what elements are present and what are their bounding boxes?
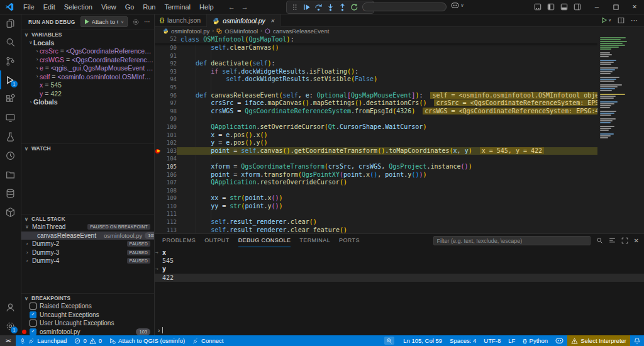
panel-tab-output[interactable]: OUTPUT [204,234,229,247]
command-center[interactable] [362,3,447,11]
variables-section-header[interactable]: ∨ VARIABLES [21,30,154,39]
code-line[interactable]: 107 QApplication.restoreOverrideCursor() [154,179,644,187]
gutter-glyph[interactable]: ▶ [154,147,163,155]
call-stack-section-header[interactable]: ∨ CALL STACK [21,214,154,223]
gutter-glyph[interactable] [154,171,163,179]
breakpoint-checkbox[interactable]: ✓ [30,311,36,318]
gutter-glyph[interactable] [154,155,163,163]
accounts-icon[interactable] [0,298,21,316]
gutter-glyph[interactable] [154,60,163,68]
minimap[interactable] [597,35,639,170]
line-number[interactable]: 103 [163,147,177,155]
minimize-button[interactable]: ─ [587,0,606,14]
restart-button[interactable] [349,3,359,13]
console-input-row[interactable]: →x [154,248,644,257]
menu-run[interactable]: Run [138,3,160,11]
globals-group-row[interactable]: ›Globals [21,98,154,107]
gutter-glyph[interactable] [154,179,163,187]
breadcrumb-class[interactable]: OSMInfotool [225,28,258,35]
toggle-sidebar-icon[interactable] [547,3,555,11]
gutter-glyph[interactable] [154,115,163,123]
console-result-row[interactable]: 422 [154,274,644,282]
close-panel-icon[interactable]: ✕ [634,237,639,244]
code-line[interactable]: 109 xx = str(point.x()) [154,194,644,203]
line-number[interactable]: 52 [163,35,177,43]
code-line[interactable]: 99 [154,115,644,123]
forward-arrow-icon[interactable]: → [242,3,248,11]
line-number[interactable]: 107 [163,179,177,187]
variable-row[interactable]: ›self=<osminfo.osminfotool.OSMInfotool o… [21,72,154,81]
screencast-zoom-status[interactable] [380,335,399,346]
code-line[interactable]: 101 x = e.pos().x() [154,131,644,140]
menu-file[interactable]: File [19,3,39,11]
line-number[interactable]: 104 [163,155,177,163]
panel-tab-problems[interactable]: PROBLEMS [162,234,196,247]
editor-scrollbar[interactable] [639,35,644,169]
debug-settings-gear-icon[interactable] [132,18,140,26]
more-actions-icon[interactable]: ⋯ [631,16,638,25]
code-line[interactable]: 90 self.clearCanvas() [154,44,644,52]
line-number[interactable]: 92 [163,60,177,68]
step-over-button[interactable] [313,3,323,13]
breakpoint-checkbox[interactable]: ✓ [30,328,36,335]
maximize-panel-icon[interactable] [621,237,628,244]
close-tab-icon[interactable]: ✕ [270,18,275,24]
panel-tab-ports[interactable]: PORTS [339,234,360,247]
select-interpreter-status[interactable]: Select Interpreter [567,335,630,346]
breakpoint-row[interactable]: ✓osminfotool.py103 [21,328,154,336]
code-line[interactable]: 98 crsWGS = QgsCoordinateReferenceSystem… [154,108,644,116]
line-number[interactable]: 96 [163,92,177,100]
line-number[interactable]: 90 [163,44,177,52]
breadcrumb-method[interactable]: canvasReleaseEvent [273,28,329,35]
variable-row[interactable]: ›e=<qgis._gui.QgsMapMouseEvent object at… [21,64,154,73]
line-number[interactable]: 108 [163,187,177,195]
gutter-glyph[interactable] [154,131,163,140]
code-line[interactable]: 111 [154,210,644,218]
line-number[interactable]: 106 [163,171,177,179]
code-line[interactable]: 96 def canvasReleaseEvent(self, e: Optio… [154,92,644,100]
code-line[interactable]: 112 self.result_renderer.clear() [154,218,644,226]
gutter-glyph[interactable] [154,163,163,171]
continue-button[interactable] [301,3,311,13]
line-number[interactable]: 98 [163,108,177,116]
close-window-button[interactable]: ✕ [625,0,644,14]
breakpoints-section-header[interactable]: ∨ BREAKPOINTS [21,293,154,303]
search-icon[interactable] [0,33,21,52]
menu-help[interactable]: Help [195,3,218,11]
call-stack-thread-row[interactable]: ›Dummy-4PAUSED [21,257,154,265]
explorer-icon[interactable] [0,14,21,33]
gutter-glyph[interactable] [154,44,163,52]
code-line[interactable]: 97 crsSrc = iface.mapCanvas().mapSetting… [154,99,644,108]
code-line[interactable]: 105 xform = QgsCoordinateTransform(crsSr… [154,163,644,171]
code-line[interactable]: ▶103 point = self.canvas().getCoordinate… [154,147,644,155]
tab-launch-json[interactable]: {} launch.json [154,14,207,26]
code-line[interactable]: 95 [154,84,644,92]
package-icon[interactable] [0,203,21,221]
copilot-menu[interactable]: ∨ [451,2,464,9]
launch-config-select[interactable]: Attach to QGIS ∨ [80,16,128,27]
encoding-status[interactable]: UTF-8 [480,335,504,346]
variable-row[interactable]: ›crsSrc=<QgsCoordinateReferenceSystem: E… [21,47,154,56]
panel-tab-terminal[interactable]: TERMINAL [299,234,330,247]
source-control-icon[interactable] [0,52,21,70]
line-number[interactable]: 110 [163,203,177,211]
call-stack-frame-row[interactable]: canvasReleaseEventosminfotool.py103:1 [21,232,154,240]
toggle-secondary-sidebar-icon[interactable] [574,3,581,11]
breakpoint-row[interactable]: Raised Exceptions [21,302,154,311]
gutter-glyph[interactable] [154,84,163,92]
line-number[interactable]: 99 [163,115,177,123]
menu-edit[interactable]: Edit [39,3,60,11]
gutter-glyph[interactable] [154,68,163,76]
extensions-icon[interactable] [0,89,21,108]
code-line[interactable]: 91 [154,52,644,60]
run-and-debug-icon[interactable]: 1 [0,70,21,89]
menu-view[interactable]: View [97,3,121,11]
indentation-status[interactable]: Spaces: 4 [446,335,480,346]
code-line[interactable]: 94 self.dockWidgetResults.setVisible(Fal… [154,75,644,84]
customize-layout-icon[interactable] [534,3,541,11]
line-number[interactable]: 94 [163,75,177,84]
views-more-actions-icon[interactable]: ⋯ [144,18,150,25]
panel-tab-debug-console[interactable]: DEBUG CONSOLE [238,234,291,247]
line-number[interactable]: 101 [163,131,177,140]
line-number[interactable]: 91 [163,52,177,60]
